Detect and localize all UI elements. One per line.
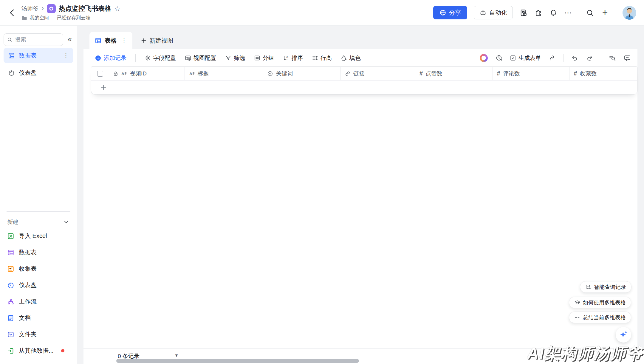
kebab-menu-icon[interactable]: ⋮ (121, 37, 127, 44)
divider (563, 54, 564, 62)
filter-button[interactable]: 筛选 (225, 54, 245, 62)
grid-panel: 添加记录 字段配置 视图配置 筛选 分组 AZ 排序 (83, 49, 637, 364)
column-header-likes[interactable]: # 点赞数 (415, 67, 493, 80)
table-grid-icon (7, 249, 14, 256)
folder-icon (21, 16, 27, 21)
divider (616, 8, 616, 17)
divider (53, 16, 53, 21)
column-header-title[interactable]: A 标题 (185, 67, 263, 80)
sidebar-item-label: 数据表 (19, 248, 37, 256)
add-row-button[interactable] (91, 80, 637, 94)
tab-grid-view[interactable]: 表格 ⋮ (89, 32, 132, 49)
stats-dropdown-icon[interactable]: ▼ (174, 353, 179, 358)
ai-gradient-icon[interactable] (480, 54, 488, 62)
page-title: 热点监控飞书表格 (59, 4, 111, 13)
fill-color-label: 填色 (349, 54, 361, 62)
app-header: 汤师爷 › 热点监控飞书表格 ☆ 我的空间 已经保存到云端 分享 自动化 (0, 0, 644, 26)
automation-label: 自动化 (489, 9, 507, 17)
svg-text:A: A (121, 71, 124, 76)
back-button[interactable] (8, 8, 17, 17)
smart-query-button[interactable]: 智能查询记录 (580, 281, 631, 293)
number-field-icon: # (574, 70, 577, 77)
advanced-permission-icon[interactable] (519, 9, 528, 17)
sidebar-new-dashboard[interactable]: 仪表盘 (4, 277, 73, 293)
comment-icon[interactable] (623, 54, 631, 62)
notifications-bell-icon[interactable] (549, 9, 558, 17)
folder-inbox-icon (7, 331, 14, 338)
table-grid-icon (95, 37, 101, 44)
sidebar-item-label: 导入 Excel (19, 232, 47, 240)
redo-icon[interactable] (586, 54, 594, 62)
automation-button[interactable]: 自动化 (474, 6, 513, 19)
extensions-puzzle-icon[interactable] (534, 9, 543, 17)
row-height-label: 行高 (321, 54, 332, 62)
fill-color-button[interactable]: 填色 (341, 54, 361, 62)
summarize-button[interactable]: 总结当前多维表格 (569, 312, 631, 323)
group-button[interactable]: 分组 (254, 54, 274, 62)
column-label: 链接 (353, 70, 365, 78)
chevron-right-icon: › (41, 4, 44, 13)
funnel-icon (225, 55, 231, 61)
column-header-favorites[interactable]: # 收藏数 (569, 67, 637, 80)
chevron-down-icon[interactable] (63, 219, 69, 225)
graduation-cap-icon (574, 300, 580, 306)
kebab-menu-icon[interactable]: ⋮ (63, 52, 69, 59)
history-icon[interactable] (495, 54, 503, 62)
more-icon[interactable]: ⋯ (564, 9, 572, 17)
horizontal-scrollbar[interactable] (116, 359, 359, 363)
save-status: 已经保存到云端 (57, 15, 90, 21)
sort-button[interactable]: AZ 排序 (283, 54, 303, 62)
sidebar-new-from-other-data[interactable]: 从其他数据... (4, 343, 73, 359)
paint-drop-icon (341, 55, 347, 61)
dashboard-clock-icon (8, 69, 15, 76)
share-view-icon[interactable] (548, 54, 556, 62)
search-icon (7, 37, 12, 43)
search-icon[interactable] (586, 9, 594, 17)
bitable-app-icon (47, 4, 56, 13)
row-height-button[interactable]: 行高 (312, 54, 332, 62)
sidebar-item-tables[interactable]: 数据表 ⋮ (4, 48, 73, 63)
collapse-sidebar-icon[interactable]: « (66, 35, 73, 45)
sidebar-new-import-excel[interactable]: 导入 Excel (4, 228, 73, 244)
globe-icon (439, 9, 446, 16)
new-view-button[interactable]: 新建视图 (136, 32, 178, 49)
generate-form-label: 生成表单 (518, 54, 541, 62)
view-config-button[interactable]: 视图配置 (185, 54, 216, 62)
how-to-use-button[interactable]: 如何使用多维表格 (569, 297, 631, 308)
select-all-checkbox[interactable] (97, 71, 103, 77)
add-record-button[interactable]: 添加记录 (95, 54, 126, 62)
sidebar-new-folder[interactable]: 文件夹 (4, 326, 73, 343)
gear-icon (145, 55, 151, 61)
user-avatar[interactable] (623, 6, 636, 20)
search-input[interactable] (15, 36, 60, 43)
column-header-link[interactable]: 链接 (340, 67, 415, 80)
column-label: 视频ID (130, 70, 147, 78)
sidebar-new-table[interactable]: 数据表 (4, 244, 73, 261)
sidebar-search[interactable] (4, 33, 63, 46)
field-config-label: 字段配置 (153, 54, 176, 62)
ai-assistant-button[interactable] (616, 327, 631, 343)
column-header-comments[interactable]: # 评论数 (493, 67, 570, 80)
field-config-button[interactable]: 字段配置 (145, 54, 176, 62)
sidebar-item-label: 工作流 (19, 298, 37, 306)
sidebar-new-workflow[interactable]: 工作流 (4, 293, 73, 310)
column-header-keyword[interactable]: 关键词 (263, 67, 340, 80)
star-favorite-icon[interactable]: ☆ (114, 5, 120, 12)
create-new-icon[interactable]: + (601, 9, 609, 17)
column-header-video-id[interactable]: A 视频ID (91, 67, 185, 80)
robot-icon (479, 9, 487, 16)
sidebar-item-label: 从其他数据... (19, 347, 54, 355)
generate-form-button[interactable]: 生成表单 (510, 54, 541, 62)
sidebar-new-form[interactable]: 收集表 (4, 261, 73, 277)
space-label[interactable]: 我的空间 (30, 15, 49, 21)
undo-icon[interactable] (570, 54, 579, 62)
view-config-label: 视图配置 (193, 54, 216, 62)
share-button[interactable]: 分享 (433, 6, 467, 19)
breadcrumb-root[interactable]: 汤师爷 (21, 5, 38, 13)
sidebar-item-dashboard[interactable]: 仪表盘 (4, 65, 73, 80)
sidebar-new-doc[interactable]: 文档 (4, 310, 73, 326)
main-area: 表格 ⋮ 新建视图 添加记录 字段配置 视图配置 (83, 26, 637, 364)
divider (135, 54, 136, 62)
find-in-view-icon[interactable] (608, 54, 616, 62)
checklist-icon (7, 265, 14, 272)
